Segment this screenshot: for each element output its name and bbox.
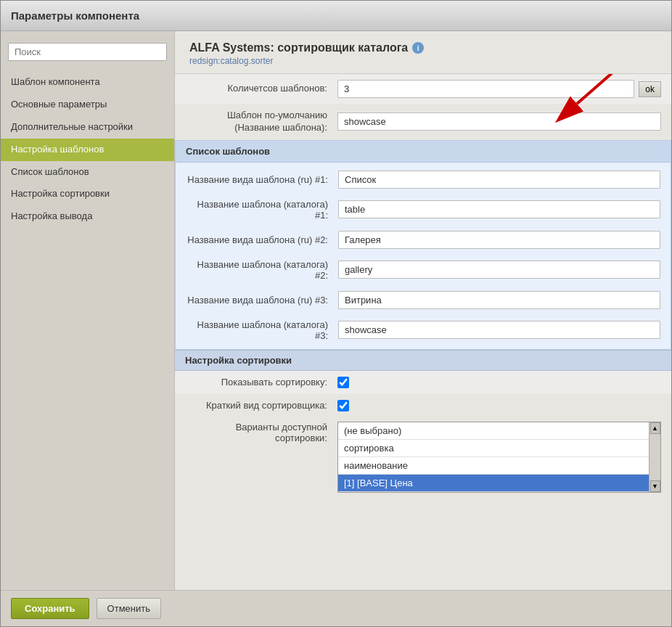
dropdown-list: (не выбрано) сортировка наименование [1]… <box>337 422 661 493</box>
show-sort-checkbox[interactable] <box>337 377 349 388</box>
show-sort-row: Показывать сортировку: <box>175 371 671 394</box>
sort-section: Настройка сортировки Показывать сортиров… <box>175 350 671 500</box>
info-icon[interactable]: i <box>412 42 424 54</box>
template-row-2-name: Название вида шаблона (ru) #2: <box>176 226 671 254</box>
template-input-2-key <box>338 261 660 279</box>
template-row-2-key: Название шаблона (каталога) #2: <box>176 254 671 286</box>
template-row-3-key: Название шаблона (каталога) #3: <box>176 314 671 346</box>
search-input[interactable] <box>8 43 167 61</box>
dropdown-option-sort[interactable]: сортировка <box>338 440 649 457</box>
sidebar: Шаблон компонента Основные параметры Доп… <box>1 31 175 590</box>
main-panel: ALFA Systems: сортировщик каталога i red… <box>175 31 671 590</box>
template-list-body: Название вида шаблона (ru) #1: Название … <box>176 163 671 349</box>
template-row-3-name: Название вида шаблона (ru) #3: <box>176 286 671 314</box>
templates-count-field[interactable] <box>337 80 634 98</box>
template-label-3-key: Название шаблона (каталога) #3: <box>186 319 338 341</box>
sort-variants-row: Варианты доступной сортировки: (не выбра… <box>175 417 671 500</box>
template-field-3-key[interactable] <box>338 321 660 339</box>
default-template-label: Шаблон по-умолчанию (Название шаблона): <box>185 110 337 134</box>
main-body: Количетсов шаблонов: ok Шаблон по-умолча… <box>175 74 671 590</box>
title-bar: Параметры компонента <box>1 1 671 31</box>
dropdown-option-price[interactable]: [1] [BASE] Цена <box>338 475 649 492</box>
show-sort-label: Показывать сортировку: <box>185 377 337 388</box>
search-box[interactable] <box>8 43 167 61</box>
cancel-button[interactable]: Отменить <box>97 598 161 619</box>
main-window: Параметры компонента Шаблон компонента О… <box>0 0 672 627</box>
sort-section-header: Настройка сортировки <box>175 350 671 371</box>
template-label-1-key: Название шаблона (каталога) #1: <box>186 199 338 221</box>
templates-count-ok-button[interactable]: ok <box>639 81 661 97</box>
bottom-bar: Сохранить Отменить <box>1 590 671 626</box>
template-list-section: Список шаблонов Название вида шаблона (r… <box>175 140 671 350</box>
template-label-2-name: Название вида шаблона (ru) #2: <box>186 234 338 245</box>
template-field-1-name[interactable] <box>338 171 660 189</box>
sidebar-item-template[interactable]: Шаблон компонента <box>1 71 174 94</box>
sidebar-item-templates-settings[interactable]: Настройка шаблонов <box>1 139 174 161</box>
template-list-header: Список шаблонов <box>176 141 671 163</box>
default-template-input-group <box>337 112 661 131</box>
templates-count-input-group: ok <box>337 80 661 98</box>
dropdown-option-name[interactable]: наименование <box>338 457 649 475</box>
template-field-1-key[interactable] <box>338 200 660 218</box>
scroll-down-button[interactable]: ▼ <box>650 480 660 492</box>
dropdown-option-none[interactable]: (не выбрано) <box>338 422 649 440</box>
page-subtitle: redsign:catalog.sorter <box>189 56 657 66</box>
compact-sort-row: Краткий вид сортировщика: <box>175 394 671 417</box>
sidebar-item-sort-settings[interactable]: Настройка сортировки <box>1 183 174 205</box>
compact-sort-checkbox[interactable] <box>337 400 349 411</box>
sort-variants-label: Варианты доступной сортировки: <box>185 422 337 443</box>
content-area: Шаблон компонента Основные параметры Доп… <box>1 31 671 590</box>
dropdown-options: (не выбрано) сортировка наименование [1]… <box>338 422 649 492</box>
sidebar-item-output-settings[interactable]: Настройка вывода <box>1 205 174 228</box>
template-field-2-key[interactable] <box>338 261 660 279</box>
templates-count-row: Количетсов шаблонов: ok <box>175 74 671 104</box>
dropdown-list-inner: (не выбрано) сортировка наименование [1]… <box>338 422 660 492</box>
template-label-2-key: Название шаблона (каталога) #2: <box>186 259 338 281</box>
default-template-row: Шаблон по-умолчанию (Название шаблона): <box>175 104 671 140</box>
template-input-2-name <box>338 231 660 249</box>
window-title: Параметры компонента <box>11 9 139 22</box>
templates-count-label: Количетсов шаблонов: <box>185 83 337 95</box>
save-button[interactable]: Сохранить <box>11 598 89 619</box>
sidebar-item-basic[interactable]: Основные параметры <box>1 94 174 116</box>
template-row-1-name: Название вида шаблона (ru) #1: <box>176 165 671 194</box>
sort-variants-dropdown[interactable]: (не выбрано) сортировка наименование [1]… <box>337 422 661 493</box>
template-row-1-key: Название шаблона (каталога) #1: <box>176 194 671 226</box>
page-title: ALFA Systems: сортировщик каталога i <box>189 41 657 54</box>
template-label-1-name: Название вида шаблона (ru) #1: <box>186 174 338 185</box>
template-label-3-name: Название вида шаблона (ru) #3: <box>186 295 338 306</box>
dropdown-scrollbar: ▲ ▼ <box>649 422 660 492</box>
template-field-2-name[interactable] <box>338 231 660 249</box>
sidebar-item-additional[interactable]: Дополнительные настройки <box>1 116 174 139</box>
template-input-3-name <box>338 291 660 309</box>
template-input-1-name <box>338 171 660 189</box>
scroll-up-button[interactable]: ▲ <box>650 422 660 434</box>
sidebar-item-templates-list[interactable]: Список шаблонов <box>1 161 174 184</box>
template-input-1-key <box>338 200 660 218</box>
template-field-3-name[interactable] <box>338 291 660 309</box>
default-template-field[interactable] <box>337 112 661 131</box>
compact-sort-label: Краткий вид сортировщика: <box>185 400 337 411</box>
template-input-3-key <box>338 321 660 339</box>
main-header: ALFA Systems: сортировщик каталога i red… <box>175 31 671 74</box>
